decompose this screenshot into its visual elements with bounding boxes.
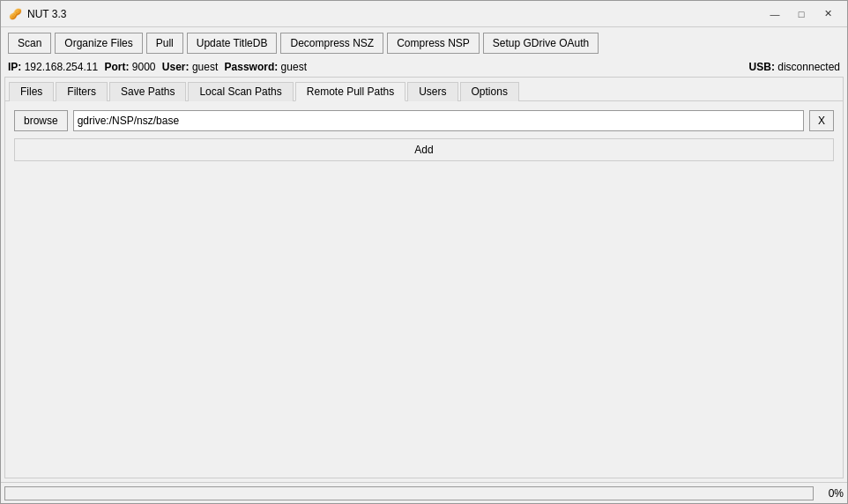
path-input[interactable] — [73, 110, 804, 131]
port-value: 9000 — [132, 61, 156, 73]
user-label: User: — [162, 61, 190, 73]
compress-nsp-button[interactable]: Compress NSP — [387, 33, 480, 54]
status-bar-top: IP: 192.168.254.11 Port: 9000 User: gues… — [1, 59, 847, 77]
title-bar-left: 🥜 NUT 3.3 — [8, 7, 66, 21]
organize-files-button[interactable]: Organize Files — [55, 33, 142, 54]
scan-button[interactable]: Scan — [8, 33, 51, 54]
tab-save-paths[interactable]: Save Paths — [109, 82, 186, 101]
status-right: USB: disconnected — [749, 61, 840, 73]
tab-options[interactable]: Options — [460, 82, 519, 101]
tab-filters[interactable]: Filters — [56, 82, 108, 101]
status-left: IP: 192.168.254.11 Port: 9000 User: gues… — [8, 61, 310, 73]
user-value: guest — [192, 61, 218, 73]
tabs-header: Files Filters Save Paths Local Scan Path… — [5, 78, 843, 101]
add-button[interactable]: Add — [14, 138, 834, 161]
main-window: 🥜 NUT 3.3 — □ ✕ Scan Organize Files Pull… — [0, 0, 848, 504]
ip-value: 192.168.254.11 — [25, 61, 98, 73]
progress-text: 0% — [817, 487, 844, 500]
close-button[interactable]: ✕ — [815, 5, 840, 23]
tab-files[interactable]: Files — [9, 82, 54, 101]
setup-gdrive-button[interactable]: Setup GDrive OAuth — [483, 33, 599, 54]
toolbar: Scan Organize Files Pull Update TitleDB … — [1, 27, 847, 59]
password-value: guest — [281, 61, 307, 73]
app-icon: 🥜 — [8, 7, 22, 21]
content-area — [14, 168, 834, 469]
usb-label: USB: — [749, 61, 775, 73]
remove-button[interactable]: X — [809, 110, 834, 131]
title-bar: 🥜 NUT 3.3 — □ ✕ — [1, 1, 847, 27]
tab-remote-pull-paths[interactable]: Remote Pull Paths — [295, 82, 405, 101]
window-controls: — □ ✕ — [762, 5, 840, 23]
port-label: Port: — [104, 61, 129, 73]
window-title: NUT 3.3 — [27, 8, 66, 20]
tab-users[interactable]: Users — [407, 82, 457, 101]
maximize-button[interactable]: □ — [789, 5, 814, 23]
progress-bar-container — [4, 486, 814, 500]
minimize-button[interactable]: — — [762, 5, 787, 23]
tab-content-remote-pull-paths: browse X Add — [5, 101, 843, 478]
update-titledb-button[interactable]: Update TitleDB — [187, 33, 278, 54]
password-label: Password: — [225, 61, 279, 73]
tabs-container: Files Filters Save Paths Local Scan Path… — [4, 77, 844, 478]
decompress-nsz-button[interactable]: Decompress NSZ — [280, 33, 383, 54]
tab-local-scan-paths[interactable]: Local Scan Paths — [188, 82, 293, 101]
usb-value: disconnected — [777, 61, 840, 73]
bottom-bar: 0% — [1, 482, 847, 503]
ip-label: IP: — [8, 61, 21, 73]
browse-button[interactable]: browse — [14, 110, 68, 131]
path-row: browse X — [14, 110, 834, 131]
pull-button[interactable]: Pull — [146, 33, 183, 54]
